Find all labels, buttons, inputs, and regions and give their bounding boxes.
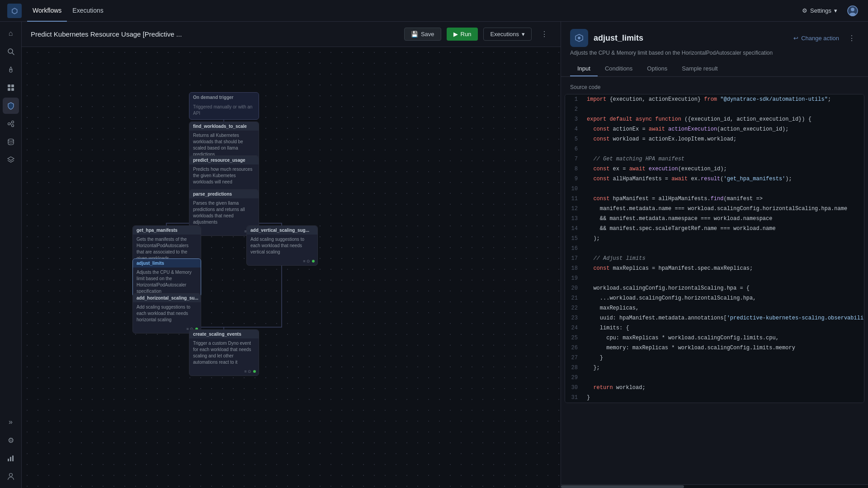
sidebar-item-layers[interactable] bbox=[3, 152, 19, 168]
code-line-14: 14 && manifest.spec.scaleTargetRef.name … bbox=[565, 224, 864, 234]
workflow-connections bbox=[22, 47, 561, 488]
svg-point-22 bbox=[9, 474, 12, 477]
workflow-header: Predict Kubernetes Resource Usage [Predi… bbox=[22, 22, 561, 47]
sidebar-settings-icon[interactable]: ⚙ bbox=[3, 432, 19, 448]
code-line-9: 9 const allHpaManifests = await ex.resul… bbox=[565, 174, 864, 184]
code-line-3: 3 export default async function ({execut… bbox=[565, 114, 864, 124]
user-avatar[interactable] bbox=[844, 3, 861, 19]
code-line-11: 11 const hpaManifest = allHpaManifests.f… bbox=[565, 194, 864, 204]
source-code-label: Source code bbox=[561, 80, 868, 94]
code-scrollbar[interactable] bbox=[561, 484, 868, 488]
svg-point-3 bbox=[851, 8, 854, 11]
arrow-left-icon: ↩ bbox=[793, 35, 798, 42]
code-line-31: 31 } bbox=[565, 393, 864, 403]
code-line-15: 15 ); bbox=[565, 234, 864, 244]
code-line-17: 17 // Adjust limits bbox=[565, 253, 864, 263]
code-line-29: 29 bbox=[565, 373, 864, 383]
sidebar-item-user[interactable] bbox=[3, 468, 19, 484]
code-line-30: 30 return workload; bbox=[565, 383, 864, 393]
code-line-16: 16 bbox=[565, 244, 864, 253]
code-line-24: 24 limits: { bbox=[565, 323, 864, 333]
code-line-23: 23 uuid: hpaManifest.metadata.annotation… bbox=[565, 313, 864, 323]
change-action-button[interactable]: ↩ Change action bbox=[793, 35, 839, 42]
svg-point-7 bbox=[9, 70, 12, 72]
sidebar-item-chart[interactable] bbox=[3, 450, 19, 466]
svg-rect-11 bbox=[11, 88, 14, 91]
sidebar-item-integrations[interactable] bbox=[3, 116, 19, 132]
code-line-19: 19 bbox=[565, 273, 864, 283]
workflow-menu-button[interactable]: ⋮ bbox=[537, 28, 552, 40]
scrollbar-thumb[interactable] bbox=[561, 485, 684, 488]
workflow-canvas[interactable]: On demand trigger Triggered manually or … bbox=[22, 47, 561, 488]
code-line-4: 4 const actionEx = await actionExecution… bbox=[565, 124, 864, 134]
sidebar-item-home[interactable]: ⌂ bbox=[3, 25, 19, 42]
svg-rect-19 bbox=[8, 459, 9, 461]
action-icon bbox=[570, 29, 588, 47]
code-line-2: 2 bbox=[565, 104, 864, 114]
chevron-down-icon: ▾ bbox=[834, 7, 837, 14]
tab-options[interactable]: Options bbox=[640, 61, 675, 76]
play-icon: ▶ bbox=[453, 31, 458, 38]
panel-header: adjust_limits ↩ Change action ⋮ Adjusts … bbox=[561, 22, 868, 77]
code-line-28: 28 }; bbox=[565, 363, 864, 373]
code-line-25: 25 cpu: maxReplicas * workload.scalingCo… bbox=[565, 333, 864, 343]
node-add-horizontal[interactable]: add_horizontal_scaling_su... Add scaling… bbox=[132, 293, 201, 333]
left-sidebar: ⌂ bbox=[0, 22, 22, 488]
code-line-13: 13 && manifest.metadata.namespace === wo… bbox=[565, 214, 864, 224]
save-button[interactable]: 💾 Save bbox=[404, 28, 441, 41]
svg-point-12 bbox=[8, 123, 10, 125]
chevron-down-icon: ▾ bbox=[522, 31, 525, 38]
code-line-7: 7 // Get matching HPA manifest bbox=[565, 154, 864, 164]
code-editor[interactable]: 1 import {execution, actionExecution} fr… bbox=[565, 94, 864, 403]
panel-menu-button[interactable]: ⋮ bbox=[844, 32, 859, 44]
code-line-1: 1 import {execution, actionExecution} fr… bbox=[565, 94, 864, 104]
executions-button[interactable]: Executions ▾ bbox=[483, 28, 532, 41]
code-editor-wrapper[interactable]: Source code 1 import {execution, actionE… bbox=[561, 77, 868, 484]
code-line-18: 18 const maxReplicas = hpaManifest.spec.… bbox=[565, 263, 864, 273]
svg-point-4 bbox=[849, 13, 856, 16]
right-panel: adjust_limits ↩ Change action ⋮ Adjusts … bbox=[561, 22, 868, 488]
action-description: Adjusts the CPU & Memory limit based on … bbox=[570, 50, 859, 56]
nav-executions[interactable]: Executions bbox=[67, 0, 108, 22]
svg-point-14 bbox=[11, 125, 14, 127]
run-button[interactable]: ▶ Run bbox=[447, 28, 478, 41]
svg-point-30 bbox=[578, 37, 580, 39]
settings-button[interactable]: ⚙ Settings ▾ bbox=[802, 7, 837, 14]
sidebar-item-data[interactable] bbox=[3, 134, 19, 150]
code-line-8: 8 const ex = await execution(execution_i… bbox=[565, 164, 864, 174]
svg-point-17 bbox=[8, 139, 14, 141]
workflow-title: Predict Kubernetes Resource Usage [Predi… bbox=[31, 30, 399, 38]
settings-label: Settings bbox=[810, 7, 831, 14]
tab-input[interactable]: Input bbox=[570, 61, 598, 76]
code-line-21: 21 ...workload.scalingConfig.horizontalS… bbox=[565, 293, 864, 303]
code-line-26: 26 memory: maxReplicas * workload.scalin… bbox=[565, 343, 864, 353]
code-line-6: 6 bbox=[565, 144, 864, 154]
action-title: adjust_limits bbox=[594, 33, 643, 43]
sidebar-item-monitor[interactable] bbox=[3, 61, 19, 78]
node-create-events[interactable]: create_scaling_events Trigger a custom D… bbox=[189, 329, 259, 376]
svg-line-15 bbox=[10, 122, 11, 124]
tab-conditions[interactable]: Conditions bbox=[598, 61, 640, 76]
nav-workflows[interactable]: Workflows bbox=[27, 0, 67, 22]
svg-line-6 bbox=[12, 53, 14, 55]
sidebar-item-search[interactable] bbox=[3, 43, 19, 60]
tab-sample-result[interactable]: Sample result bbox=[675, 61, 725, 76]
sidebar-item-expand[interactable]: » bbox=[3, 414, 19, 430]
code-line-27: 27 } bbox=[565, 353, 864, 363]
code-line-10: 10 bbox=[565, 184, 864, 194]
sidebar-item-grid[interactable] bbox=[3, 80, 19, 96]
code-line-20: 20 workload.scalingConfig.horizontalScal… bbox=[565, 283, 864, 293]
node-trigger[interactable]: On demand trigger Triggered manually or … bbox=[189, 92, 259, 120]
code-line-12: 12 manifest.metadata.name === workload.s… bbox=[565, 204, 864, 214]
sidebar-item-shield[interactable] bbox=[3, 98, 19, 114]
svg-text:⬡: ⬡ bbox=[11, 7, 18, 15]
svg-rect-9 bbox=[11, 84, 14, 87]
workflow-panel: Predict Kubernetes Resource Usage [Predi… bbox=[22, 22, 561, 488]
svg-rect-20 bbox=[10, 457, 11, 461]
svg-rect-21 bbox=[12, 455, 14, 461]
topnav: ⬡ Workflows Executions ⚙ Settings ▾ bbox=[0, 0, 868, 22]
gear-icon: ⚙ bbox=[802, 7, 807, 14]
code-line-5: 5 const workload = actionEx.loopItem.wor… bbox=[565, 134, 864, 144]
svg-point-13 bbox=[11, 121, 14, 123]
node-add-vertical[interactable]: add_vertical_scaling_sug... Add scaling … bbox=[246, 225, 318, 266]
